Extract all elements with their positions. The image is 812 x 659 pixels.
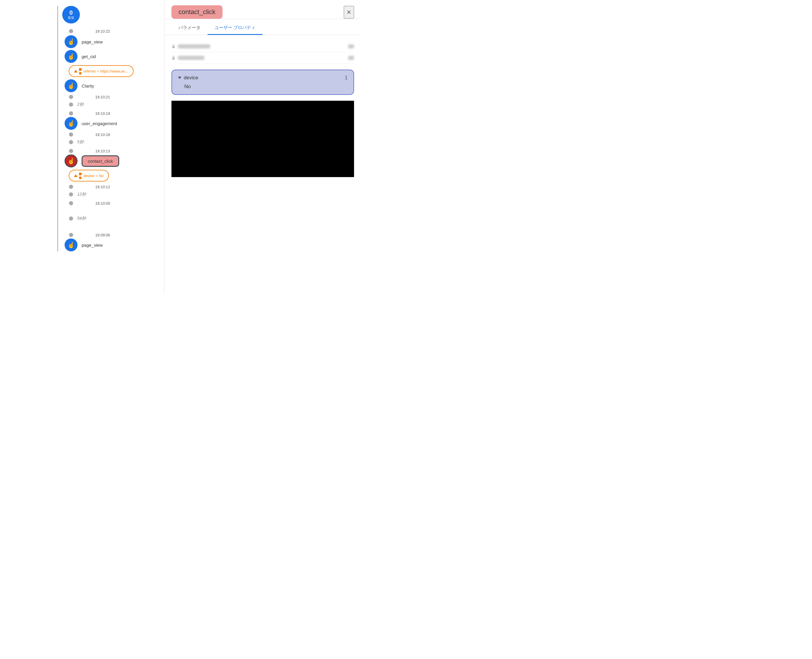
blurred-name-2 <box>178 56 204 60</box>
small-node-7 <box>69 201 73 205</box>
get-cid-label: get_cid <box>82 54 96 59</box>
device-no-label: device = No <box>83 173 104 178</box>
get-cid-node: ☝ <box>65 50 77 63</box>
dur-4-item: 54秒 <box>65 207 164 230</box>
touch-icon-6: ☝ <box>68 241 75 248</box>
event-title-badge: contact_click <box>172 5 222 19</box>
small-node-dur1 <box>69 102 73 107</box>
page-view-node: ☝ <box>65 35 77 48</box>
property-row-2 <box>172 52 354 64</box>
touch-icon-2: ☝ <box>68 53 75 60</box>
touch-icon-5: ☝ <box>68 158 75 164</box>
blurred-name-1 <box>178 44 210 49</box>
circle <box>79 72 82 74</box>
dur-1-label: 2秒 <box>77 102 83 107</box>
tab-params[interactable]: パラメータ <box>172 21 208 35</box>
tab-user-props[interactable]: ユーザー プロパティ <box>208 21 263 35</box>
device-count: 1 <box>345 75 348 81</box>
touch-icon-1: ☝ <box>68 38 75 45</box>
timeline-line <box>57 6 58 251</box>
triangle <box>74 69 77 73</box>
right-content: device 1 No <box>164 35 361 294</box>
time-label-3: 19:10:19 <box>65 110 164 116</box>
chevron-down-icon <box>178 77 181 79</box>
property-name-2 <box>172 56 204 60</box>
touch-icon-4: ☝ <box>68 120 75 127</box>
user-engagement-item[interactable]: ☝ user_engagement <box>65 117 164 130</box>
left-panel: 0 新規 19:10:22 ☝ page_view ☝ get_cid <box>0 0 164 294</box>
dur-3-item: 12秒 <box>65 190 164 199</box>
property-row-1 <box>172 41 354 52</box>
time-label-6: 19:10:12 <box>65 184 164 190</box>
dur-4-label: 54秒 <box>77 216 86 221</box>
triangle2 <box>74 174 77 177</box>
time-label-7: 19:10:00 <box>65 200 164 206</box>
right-header: contact_click × <box>164 0 361 19</box>
small-node-3 <box>69 111 73 115</box>
device-value: No <box>178 84 348 90</box>
lock-icon-1 <box>172 44 176 49</box>
page-view2-label: page_view <box>82 243 103 248</box>
blurred-val-1 <box>348 44 354 49</box>
device-no-item[interactable]: device = No <box>65 169 164 182</box>
contact-click-node: ☝ <box>65 155 77 167</box>
device-box[interactable]: device 1 No <box>172 69 354 95</box>
clarity-node: ☝ <box>65 79 77 92</box>
contact-click-box[interactable]: contact_click <box>82 155 119 167</box>
top-node-sub: 新規 <box>68 16 74 20</box>
top-node-circle: 0 新規 <box>62 6 80 24</box>
close-button[interactable]: × <box>344 6 354 19</box>
dur-1-item: 2秒 <box>65 101 164 109</box>
small-node-dur2 <box>69 140 73 144</box>
clarity-item[interactable]: ☝ Clarity <box>65 79 164 92</box>
user-engagement-node: ☝ <box>65 117 77 130</box>
contact-click-label: contact_click <box>88 159 113 164</box>
small-node-1 <box>69 29 73 33</box>
small-node-4 <box>69 132 73 137</box>
contact-click-item[interactable]: ☝ contact_click <box>65 155 164 167</box>
small-node-2 <box>69 95 73 99</box>
device-no-icon <box>74 172 82 179</box>
svg-rect-1 <box>172 58 175 60</box>
touch-icon-3: ☝ <box>68 82 75 89</box>
time-label-5: 19:10:13 <box>65 148 164 154</box>
dur-3-label: 12秒 <box>77 192 86 197</box>
rect2 <box>79 173 82 175</box>
device-no-box[interactable]: device = No <box>69 170 109 181</box>
top-node-item: 0 新規 <box>65 6 164 24</box>
property-name-1 <box>172 44 210 49</box>
tabs: パラメータ ユーザー プロパティ <box>164 21 361 35</box>
referrer-box[interactable]: referrer = https://www.an... <box>69 65 134 77</box>
right-panel: contact_click × パラメータ ユーザー プロパティ <box>164 0 361 294</box>
page-view-item[interactable]: ☝ page_view <box>65 35 164 48</box>
page-view-label: page_view <box>82 39 103 44</box>
time-label-8: 19:09:06 <box>65 232 164 238</box>
dur-2-label: 5秒 <box>77 139 83 145</box>
top-node-number: 0 <box>69 10 72 16</box>
small-node-5 <box>69 149 73 153</box>
timeline: 0 新規 19:10:22 ☝ page_view ☝ get_cid <box>0 6 164 251</box>
small-node-6 <box>69 185 73 189</box>
time-label-1: 19:10:22 <box>65 28 164 34</box>
lock-icon-2 <box>172 56 176 60</box>
small-node-dur3 <box>69 192 73 197</box>
clarity-label: Clarity <box>82 84 94 88</box>
rect <box>79 68 82 71</box>
circle2 <box>79 177 82 179</box>
svg-rect-0 <box>172 46 175 48</box>
screenshot-area <box>172 101 354 177</box>
blurred-val-2 <box>348 56 354 60</box>
get-cid-item[interactable]: ☝ get_cid <box>65 50 164 63</box>
referrer-label: referrer = https://www.an... <box>83 69 128 73</box>
page-view2-item[interactable]: ☝ page_view <box>65 238 164 251</box>
time-label-2: 19:10:21 <box>65 94 164 100</box>
small-node-8 <box>69 233 73 237</box>
dur-2-item: 5秒 <box>65 138 164 146</box>
user-engagement-label: user_engagement <box>82 121 117 126</box>
time-label-4: 19:10:18 <box>65 132 164 137</box>
referrer-item[interactable]: referrer = https://www.an... <box>65 65 164 77</box>
small-node-dur4 <box>69 216 73 221</box>
page-view2-node: ☝ <box>65 238 77 251</box>
referrer-icon <box>74 68 82 74</box>
device-title: device <box>178 75 198 81</box>
